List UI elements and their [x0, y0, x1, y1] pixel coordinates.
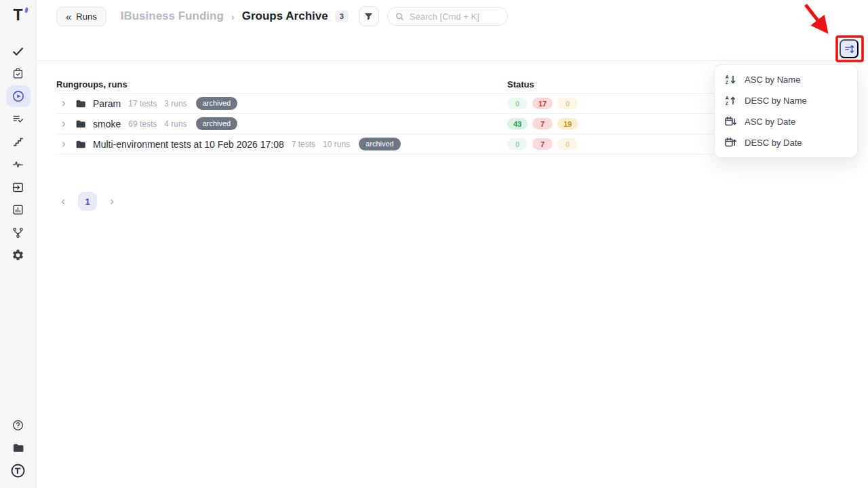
- prev-page-button[interactable]: ‹: [57, 195, 69, 208]
- menu-item-label: DESC by Name: [745, 96, 807, 106]
- svg-text:A: A: [726, 96, 729, 100]
- expand-chevron-icon[interactable]: [60, 140, 68, 148]
- back-to-runs-label: Runs: [76, 12, 96, 22]
- funnel-icon: [363, 12, 374, 22]
- sidebar-item-analytics[interactable]: [6, 199, 31, 221]
- check-icon: [12, 45, 24, 58]
- folder-icon: [12, 441, 25, 455]
- back-to-runs-button[interactable]: « Runs: [56, 7, 106, 26]
- clipboard-check-icon: [12, 67, 24, 80]
- archived-badge: archived: [196, 97, 238, 110]
- sidebar-item-runs[interactable]: [6, 85, 31, 107]
- column-header-rungroups: Rungroups, runs: [56, 79, 507, 89]
- sidebar-item-settings[interactable]: [6, 245, 31, 266]
- account-logo-icon: [10, 463, 26, 479]
- menu-item-desc-by-name[interactable]: A Z DESC by Name: [715, 90, 857, 111]
- sidebar: T: [0, 0, 37, 488]
- steps-icon: [12, 136, 24, 148]
- passed-pill: 0: [507, 138, 528, 150]
- tests-count: 7 tests: [292, 140, 315, 149]
- help-icon: [12, 419, 24, 432]
- menu-item-asc-by-date[interactable]: ASC by Date: [715, 111, 857, 132]
- folder-icon: [75, 118, 87, 130]
- sidebar-item-projects[interactable]: [6, 437, 31, 459]
- status-pills: 43 7 19: [507, 118, 578, 129]
- menu-item-label: DESC by Date: [745, 138, 802, 148]
- folder-icon: [75, 138, 87, 150]
- tests-count: 17 tests: [128, 99, 157, 108]
- topbar: « Runs IBusiness Funding › Groups Archiv…: [37, 0, 868, 61]
- bar-chart-icon: [12, 203, 24, 216]
- double-chevron-left-icon: «: [66, 12, 71, 22]
- sidebar-item-branches[interactable]: [6, 222, 31, 243]
- filter-button[interactable]: [359, 6, 379, 26]
- sort-icon: [844, 44, 854, 54]
- folder-icon: [75, 98, 87, 110]
- passed-pill: 0: [507, 98, 528, 109]
- next-page-button[interactable]: ›: [106, 195, 118, 208]
- runs-count: 3 runs: [164, 99, 186, 108]
- sort-dropdown-menu: A Z ASC by Name A Z DESC by Name ASC by …: [714, 64, 858, 158]
- tests-count: 69 tests: [128, 119, 157, 129]
- runs-count: 4 runs: [164, 119, 186, 129]
- failed-pill: 17: [532, 98, 553, 109]
- breadcrumb-project[interactable]: IBusiness Funding: [121, 9, 224, 23]
- search-box: [387, 7, 508, 26]
- sort-alpha-desc-icon: A Z: [725, 95, 736, 106]
- menu-item-label: ASC by Name: [745, 75, 800, 85]
- sidebar-item-import[interactable]: [6, 176, 31, 198]
- svg-text:Z: Z: [726, 101, 728, 106]
- branch-icon: [12, 226, 24, 239]
- sidebar-item-pulse[interactable]: [6, 154, 31, 176]
- menu-item-desc-by-date[interactable]: DESC by Date: [715, 132, 857, 153]
- list-check-icon: [12, 113, 24, 125]
- svg-text:Z: Z: [726, 80, 728, 85]
- skipped-pill: 19: [557, 118, 578, 129]
- rungroup-name[interactable]: smoke: [93, 119, 121, 129]
- sort-button[interactable]: [840, 39, 859, 58]
- sidebar-item-milestones[interactable]: [6, 131, 31, 152]
- expand-chevron-icon[interactable]: [60, 100, 68, 108]
- failed-pill: 7: [532, 138, 553, 150]
- archived-badge: archived: [359, 138, 401, 150]
- rungroup-name[interactable]: Param: [93, 98, 121, 109]
- status-pills: 0 17 0: [507, 98, 578, 109]
- passed-pill: 43: [507, 118, 528, 129]
- app-logo-icon[interactable]: T: [10, 5, 26, 24]
- archived-badge: archived: [196, 117, 238, 130]
- sort-alpha-asc-icon: A Z: [725, 74, 736, 85]
- current-page-button[interactable]: 1: [78, 192, 97, 211]
- groups-count-badge: 3: [335, 10, 349, 22]
- menu-item-asc-by-name[interactable]: A Z ASC by Name: [715, 69, 857, 90]
- failed-pill: 7: [532, 118, 553, 129]
- sort-date-asc-icon: [725, 116, 736, 127]
- sidebar-item-account[interactable]: [6, 460, 31, 481]
- svg-text:A: A: [726, 75, 729, 79]
- sidebar-item-tests[interactable]: [6, 40, 31, 62]
- breadcrumb-separator: ›: [231, 11, 235, 22]
- search-icon: [395, 12, 405, 22]
- sidebar-item-plans[interactable]: [6, 63, 31, 85]
- play-circle-icon: [12, 89, 25, 103]
- expand-chevron-icon[interactable]: [60, 120, 68, 128]
- rungroup-name[interactable]: Multi-environment tests at 10 Feb 2026 1…: [93, 139, 284, 150]
- skipped-pill: 0: [557, 138, 578, 150]
- import-icon: [12, 181, 24, 194]
- pagination: ‹ 1 ›: [57, 192, 868, 211]
- gear-icon: [12, 249, 24, 262]
- sidebar-item-results[interactable]: [6, 108, 31, 130]
- sort-date-desc-icon: [725, 137, 736, 148]
- page-title: Groups Archive: [242, 9, 328, 23]
- menu-item-label: ASC by Date: [745, 117, 795, 127]
- search-input[interactable]: [387, 7, 508, 26]
- sidebar-item-help[interactable]: [6, 414, 31, 436]
- skipped-pill: 0: [557, 98, 578, 109]
- runs-count: 10 runs: [323, 140, 350, 149]
- status-pills: 0 7 0: [507, 138, 578, 150]
- pulse-icon: [12, 158, 24, 171]
